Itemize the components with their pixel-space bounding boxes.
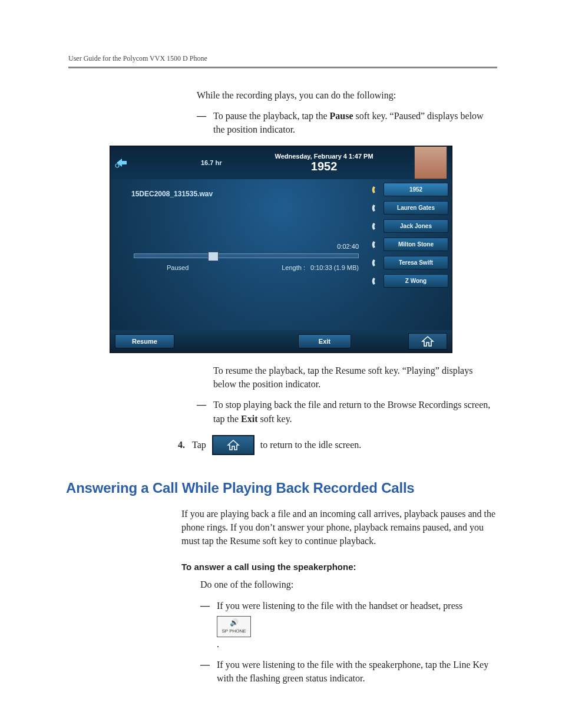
avatar — [414, 146, 447, 179]
sp-phone-label: SP PHONE — [222, 628, 246, 634]
period: . — [217, 639, 219, 649]
contact-button[interactable]: Teresa Swift — [384, 256, 448, 269]
contact-button[interactable]: Z Wong — [384, 274, 448, 288]
home-icon — [227, 439, 240, 451]
recording-filename: 15DEC2008_131535.wav — [131, 190, 361, 198]
list-text-bold: Exit — [241, 414, 257, 424]
section-heading: Answering a Call While Playing Back Reco… — [66, 480, 497, 496]
inline-home-button[interactable] — [212, 435, 254, 455]
phone-screenshot: 16.7 hr Wednesday, February 4 1:47 PM 19… — [110, 146, 452, 353]
line-key-lauren[interactable]: Lauren Gates — [371, 201, 448, 215]
line-key-1952[interactable]: 1952 — [371, 183, 448, 196]
resume-softkey[interactable]: Resume — [115, 334, 174, 348]
recording-hours: 16.7 hr — [201, 159, 222, 166]
contact-icon — [371, 258, 381, 268]
dash-list-2: To stop playing back the file and return… — [197, 398, 497, 425]
contact-icon — [371, 239, 381, 250]
home-softkey[interactable] — [408, 333, 447, 350]
contact-button[interactable]: Lauren Gates — [384, 201, 448, 215]
line-key-jack[interactable]: Jack Jones — [371, 219, 448, 233]
list-item: To pause the playback, tap the Pause sof… — [197, 109, 497, 136]
step-text-a: Tap — [192, 440, 206, 450]
line-key-teresa[interactable]: Teresa Swift — [371, 256, 448, 269]
sub-heading: To answer a call using the speakerphone: — [181, 562, 497, 572]
phone-header-datetime: Wednesday, February 4 1:47 PM 1952 — [275, 153, 373, 173]
playback-length: Length : 0:10:33 (1.9 MB) — [282, 264, 359, 271]
phone-extension-large: 1952 — [275, 160, 373, 173]
body-block-3: Do one of the following: If you were lis… — [200, 578, 497, 685]
phone-status-bar: 16.7 hr Wednesday, February 4 1:47 PM 19… — [110, 146, 452, 179]
resume-paragraph: To resume the playback, tap the Resume s… — [213, 364, 497, 391]
body-block-1: While the recording plays, you can do th… — [197, 88, 497, 137]
softkey-bar: Resume Exit — [110, 330, 452, 353]
playback-slider[interactable] — [134, 253, 359, 258]
phone-main: 15DEC2008_131535.wav 0:02:40 Paused Leng… — [110, 179, 452, 329]
list-text-bold: Pause — [329, 111, 353, 121]
header-rule — [68, 67, 497, 68]
list-text: If you were listening to the file with t… — [217, 660, 488, 683]
contacts-panel: 1952 Lauren Gates Jack Jones Milton Ston… — [371, 179, 452, 329]
playback-status-row: Paused Length : 0:10:33 (1.9 MB) — [167, 264, 359, 271]
do-one-text: Do one of the following: — [200, 578, 497, 591]
list-item: If you were listening to the file with t… — [200, 599, 497, 651]
contact-icon — [371, 221, 381, 232]
exit-softkey[interactable]: Exit — [298, 334, 351, 348]
slider-knob[interactable] — [208, 252, 219, 261]
playback-status: Paused — [167, 264, 189, 271]
document-page: User Guide for the Polycom VVX 1500 D Ph… — [0, 0, 562, 728]
svg-point-0 — [115, 164, 119, 167]
contact-icon — [371, 203, 381, 213]
list-item: If you were listening to the file with t… — [200, 658, 497, 685]
length-label: Length : — [282, 264, 305, 271]
dash-list-3: If you were listening to the file with t… — [200, 599, 497, 686]
list-text-a: To pause the playback, tap the — [213, 111, 329, 121]
contact-button[interactable]: Milton Stone — [384, 238, 448, 251]
dash-list-1: To pause the playback, tap the Pause sof… — [197, 109, 497, 136]
phone-datetime: Wednesday, February 4 1:47 PM — [275, 153, 373, 160]
playback-panel: 15DEC2008_131535.wav 0:02:40 Paused Leng… — [110, 179, 371, 329]
handset-icon — [371, 185, 381, 195]
back-arrow-icon[interactable] — [114, 154, 130, 171]
step-number: 4. — [178, 440, 185, 450]
speaker-icon: 🔊 — [217, 618, 250, 628]
list-text-c: soft key. — [258, 414, 292, 424]
home-icon — [421, 335, 434, 347]
section-paragraph: If you are playing back a file and an in… — [181, 507, 497, 548]
sp-phone-button[interactable]: 🔊 SP PHONE — [217, 616, 251, 637]
running-header: User Guide for the Polycom VVX 1500 D Ph… — [68, 54, 497, 63]
contact-icon — [371, 276, 381, 286]
line-key-milton[interactable]: Milton Stone — [371, 238, 448, 251]
length-value: 0:10:33 (1.9 MB) — [310, 264, 359, 271]
line-key-zwong[interactable]: Z Wong — [371, 274, 448, 288]
step-4-row: 4. Tap to return to the idle screen. — [178, 435, 497, 455]
contact-button[interactable]: 1952 — [384, 183, 448, 196]
list-item: To stop playing back the file and return… — [197, 398, 497, 425]
step-text-b: to return to the idle screen. — [260, 440, 362, 450]
list-text: If you were listening to the file with t… — [217, 601, 462, 611]
playback-position: 0:02:40 — [337, 243, 359, 250]
body-block-2: To resume the playback, tap the Resume s… — [197, 364, 497, 426]
contact-button[interactable]: Jack Jones — [384, 219, 448, 233]
section-para-block: If you are playing back a file and an in… — [181, 507, 497, 548]
intro-paragraph: While the recording plays, you can do th… — [197, 88, 497, 102]
